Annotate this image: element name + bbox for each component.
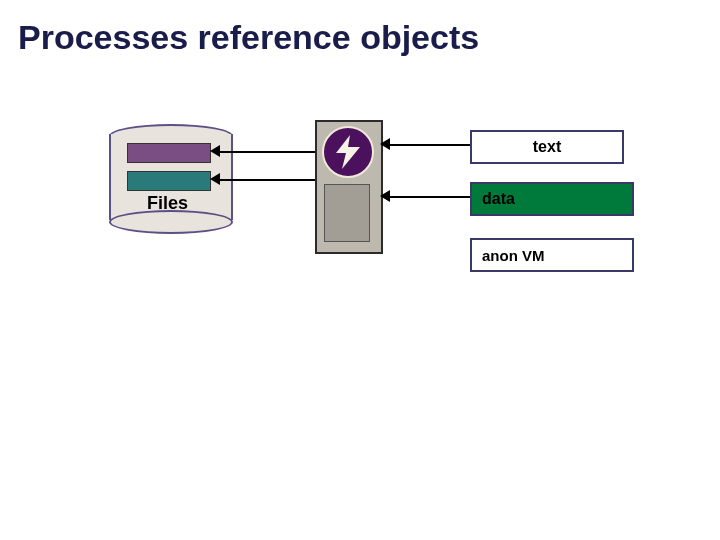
processor-inner	[324, 184, 370, 242]
arrow-head-file-2	[210, 173, 220, 185]
arrow-head-file-1	[210, 145, 220, 157]
segment-text-label: text	[533, 138, 561, 156]
segment-data-label: data	[482, 190, 515, 208]
arrow-head-data	[380, 190, 390, 202]
arrow-head-text	[380, 138, 390, 150]
bolt-glyph	[334, 135, 362, 169]
segment-anon-label: anon VM	[482, 247, 545, 264]
arrow-to-file-2	[219, 179, 315, 181]
segment-text: text	[470, 130, 624, 164]
arrow-from-text	[389, 144, 470, 146]
file-box-1	[127, 143, 211, 163]
segment-anon-vm: anon VM	[470, 238, 634, 272]
arrow-to-file-1	[219, 151, 315, 153]
segment-data: data	[470, 182, 634, 216]
bolt-icon	[322, 126, 374, 178]
files-label: Files	[147, 193, 188, 214]
file-box-2	[127, 171, 211, 191]
arrow-from-data	[389, 196, 470, 198]
svg-marker-0	[336, 135, 360, 169]
diagram-title: Processes reference objects	[18, 18, 479, 57]
diagram-stage: Processes reference objects Files text d…	[0, 0, 720, 540]
